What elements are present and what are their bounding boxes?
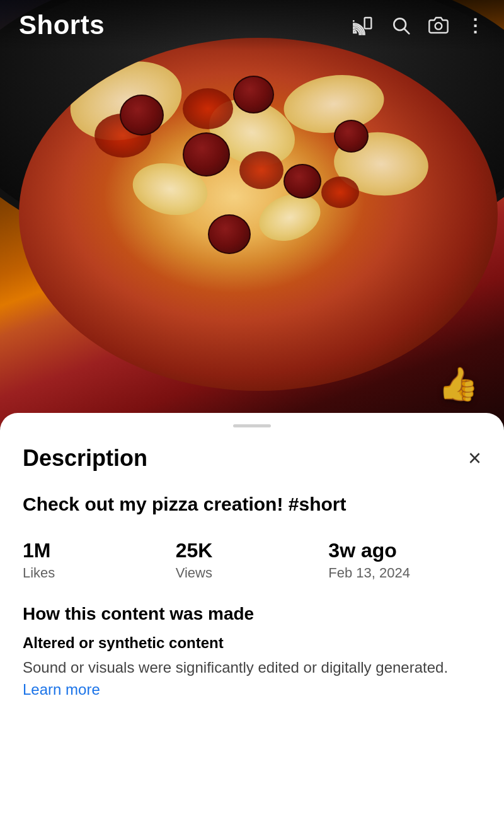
stats-row: 1M Likes 25K Views 3w ago Feb 13, 2024 [23, 539, 481, 581]
sheet-header: Description × [23, 445, 481, 472]
time-ago-value: 3w ago [328, 539, 481, 562]
pizza [19, 38, 498, 391]
how-made-section: How this content was made Altered or syn… [23, 604, 481, 701]
how-made-title: How this content was made [23, 604, 481, 624]
date-stat: 3w ago Feb 13, 2024 [328, 539, 481, 581]
views-value: 25K [176, 539, 329, 562]
content-type-label: Altered or synthetic content [23, 634, 481, 652]
views-label: Views [176, 565, 329, 581]
likes-label: Likes [23, 565, 176, 581]
sheet-title: Description [23, 445, 147, 472]
thumbs-up-icon[interactable]: 👍 [438, 365, 479, 403]
video-title: Check out my pizza creation! #short [23, 492, 481, 516]
cast-icon[interactable] [353, 15, 373, 35]
more-options-icon[interactable]: ⋮ [466, 15, 485, 36]
date-label: Feb 13, 2024 [328, 565, 481, 581]
close-button[interactable]: × [468, 447, 481, 470]
header-actions: ⋮ [353, 15, 485, 36]
views-stat: 25K Views [176, 539, 329, 581]
search-icon[interactable] [391, 15, 411, 35]
svg-line-2 [404, 29, 409, 33]
content-description-text: Sound or visuals were significantly edit… [23, 657, 481, 701]
page-title: Shorts [19, 10, 105, 40]
learn-more-link[interactable]: Learn more [23, 681, 100, 698]
description-sheet: Description × Check out my pizza creatio… [0, 413, 504, 829]
header: Shorts ⋮ [0, 0, 504, 50]
likes-stat: 1M Likes [23, 539, 176, 581]
likes-value: 1M [23, 539, 176, 562]
svg-rect-0 [365, 18, 372, 28]
camera-icon[interactable] [428, 15, 449, 35]
video-background: 👍 [0, 0, 504, 429]
svg-point-3 [435, 23, 442, 30]
drag-handle[interactable] [233, 424, 271, 427]
pizza-scene [0, 0, 504, 429]
